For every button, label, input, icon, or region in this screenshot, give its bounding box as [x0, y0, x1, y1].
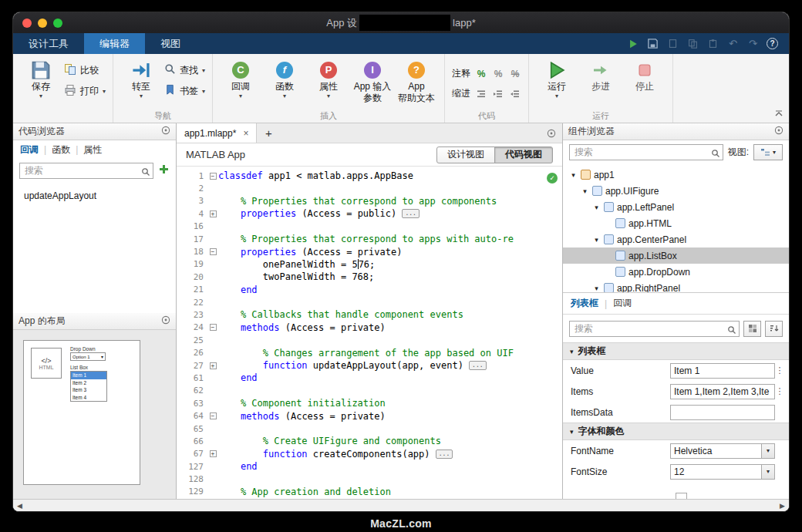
code-line[interactable]: 63 % Component initialization — [177, 397, 562, 409]
line-number[interactable]: 21 — [177, 285, 207, 295]
undo-icon[interactable]: ↶ — [726, 37, 740, 50]
app-input-arguments-button[interactable]: I App 输入 参数 — [352, 56, 393, 103]
horizontal-scrollbar[interactable]: ◀ ▶ — [13, 499, 789, 511]
line-number[interactable]: 22 — [177, 298, 207, 308]
quick-save-icon[interactable] — [646, 37, 659, 50]
code-line[interactable]: 66 % Create UIFigure and components — [177, 435, 562, 447]
zoom-window-button[interactable] — [53, 19, 62, 28]
code-line[interactable]: 2 — [177, 182, 562, 194]
code-line[interactable]: 17 % Properties that correspond to apps … — [177, 233, 562, 245]
fold-toggle-icon[interactable]: − — [207, 324, 218, 331]
line-number[interactable]: 18 — [177, 247, 207, 257]
more-options-icon[interactable]: ⋮ — [775, 365, 784, 375]
find-button[interactable]: 查找 ▾ — [164, 62, 205, 78]
fold-toggle-icon[interactable]: + — [207, 362, 218, 369]
tab-view[interactable]: 视图 — [145, 33, 196, 54]
line-number[interactable]: 67 — [177, 449, 207, 459]
chevron-down-icon[interactable]: ▾ — [761, 465, 774, 479]
tab-callbacks[interactable]: 回调 — [20, 143, 39, 157]
close-icon[interactable]: × — [243, 128, 248, 139]
app-help-text-button[interactable]: ? App 帮助文本 — [396, 56, 437, 103]
collapsed-code-icon[interactable]: ... — [436, 450, 453, 459]
line-number[interactable]: 24 — [177, 322, 207, 332]
list-item-callback[interactable]: updateAppLayout — [13, 188, 176, 204]
tab-callbacks-inspector[interactable]: 回调 — [613, 297, 632, 310]
code-line[interactable]: 25 — [177, 334, 562, 346]
line-number[interactable]: 1 — [177, 171, 207, 181]
code-line[interactable]: 18− properties (Access = private) — [177, 245, 562, 258]
tree-item-app-centerpanel[interactable]: ▾app.CenterPanel — [563, 231, 789, 247]
property-select-fontsize[interactable]: 12▾ — [670, 464, 775, 480]
code-line[interactable]: 129 % App creation and deletion — [177, 486, 562, 498]
close-window-button[interactable] — [22, 19, 32, 28]
code-line[interactable]: 64− methods (Access = private) — [177, 409, 562, 422]
collapsed-code-icon[interactable]: ... — [402, 209, 419, 218]
code-line[interactable]: 1−classdef app1 < matlab.apps.AppBase — [177, 170, 562, 182]
panel-menu-icon[interactable] — [547, 123, 562, 143]
view-mode-dropdown[interactable]: ▾ — [753, 144, 783, 160]
code-line[interactable]: 26 % Changes arrangement of the app base… — [177, 346, 562, 359]
line-number[interactable]: 129 — [177, 487, 207, 497]
line-number[interactable]: 61 — [177, 373, 207, 383]
property-input-itemsdata[interactable] — [670, 405, 775, 420]
tree-item-app1[interactable]: ▾app1 — [563, 167, 789, 183]
tab-design-tools[interactable]: 设计工具 — [13, 33, 84, 54]
indent-left-icon[interactable] — [509, 88, 521, 100]
tab-functions[interactable]: 函数 — [52, 143, 70, 157]
line-number[interactable]: 25 — [177, 335, 207, 345]
expand-arrow-icon[interactable]: ▾ — [569, 171, 578, 179]
section-header-列表框[interactable]: ▾列表框 — [563, 342, 789, 360]
code-line[interactable]: 4+ properties (Access = public) ... — [177, 207, 562, 220]
line-number[interactable]: 65 — [177, 424, 207, 434]
line-number[interactable]: 3 — [177, 196, 207, 206]
expand-arrow-icon[interactable]: ▾ — [592, 285, 601, 292]
group-by-category-icon[interactable] — [743, 321, 761, 337]
sort-icon[interactable] — [765, 321, 783, 337]
minimize-window-button[interactable] — [38, 19, 47, 28]
code-line[interactable]: 27+ function updateAppLayout(app, event)… — [177, 359, 562, 372]
tab-listbox-properties[interactable]: 列表框 — [571, 297, 598, 310]
expand-arrow-icon[interactable]: ▾ — [581, 187, 589, 195]
property-input-value[interactable]: Item 1 — [670, 363, 775, 379]
tab-editor[interactable]: 编辑器 — [84, 33, 145, 54]
property-input-items[interactable]: Item 1,Item 2,Item 3,Ite — [670, 384, 775, 399]
design-view-button[interactable]: 设计视图 — [436, 146, 495, 163]
print-button[interactable]: 打印 ▾ — [64, 83, 106, 99]
line-number[interactable]: 17 — [177, 234, 207, 244]
panel-menu-icon[interactable] — [161, 126, 170, 137]
code-line[interactable]: 61 end — [177, 372, 562, 384]
code-line[interactable]: 20 twoPanelWidth = 768; — [177, 271, 562, 283]
line-number[interactable]: 2 — [177, 184, 207, 194]
line-number[interactable]: 127 — [177, 462, 207, 472]
section-comment-icon[interactable]: % — [492, 68, 504, 80]
code-line[interactable]: 130 methods (Access = public) — [177, 498, 562, 499]
step-button[interactable]: 步进 — [580, 56, 622, 92]
property-select-fontname[interactable]: Helvetica▾ — [670, 443, 775, 459]
code-line[interactable]: 3 % Properties that correspond to app co… — [177, 195, 562, 207]
line-number[interactable]: 4 — [177, 209, 207, 219]
inspector-search-input[interactable] — [569, 321, 740, 337]
fold-toggle-icon[interactable]: − — [207, 173, 218, 180]
expand-arrow-icon[interactable]: ▾ — [592, 204, 601, 211]
code-line[interactable]: 22 — [177, 296, 562, 308]
code-line[interactable]: 65 — [177, 423, 562, 435]
run-button[interactable]: 运行 ▾ — [536, 56, 578, 99]
code-line[interactable]: 127 end — [177, 460, 562, 473]
fold-toggle-icon[interactable]: + — [207, 450, 218, 457]
compare-button[interactable]: 比较 — [64, 62, 106, 78]
save-button[interactable]: 保存 ▾ — [20, 56, 62, 99]
more-options-icon[interactable]: ⋮ — [775, 386, 784, 396]
fold-toggle-icon[interactable]: − — [207, 412, 218, 419]
tree-item-app-uifigure[interactable]: ▾app.UIFigure — [563, 183, 789, 199]
code-analyzer-check-icon[interactable]: ✓ — [547, 173, 558, 184]
tree-item-app-listbox[interactable]: app.ListBox — [563, 247, 789, 264]
editor-tab-app1[interactable]: app1.mlapp* × — [177, 123, 257, 143]
callback-search-input[interactable] — [19, 163, 153, 179]
fold-toggle-icon[interactable]: − — [207, 248, 218, 255]
insert-property-button[interactable]: P 属性 ▾ — [308, 56, 349, 99]
panel-menu-icon[interactable] — [774, 126, 783, 137]
quick-copy-icon[interactable] — [686, 37, 699, 50]
insert-callback-button[interactable]: C 回调 ▾ — [220, 56, 261, 99]
line-number[interactable]: 19 — [177, 259, 207, 269]
goto-button[interactable]: 转至 ▾ — [120, 56, 162, 99]
